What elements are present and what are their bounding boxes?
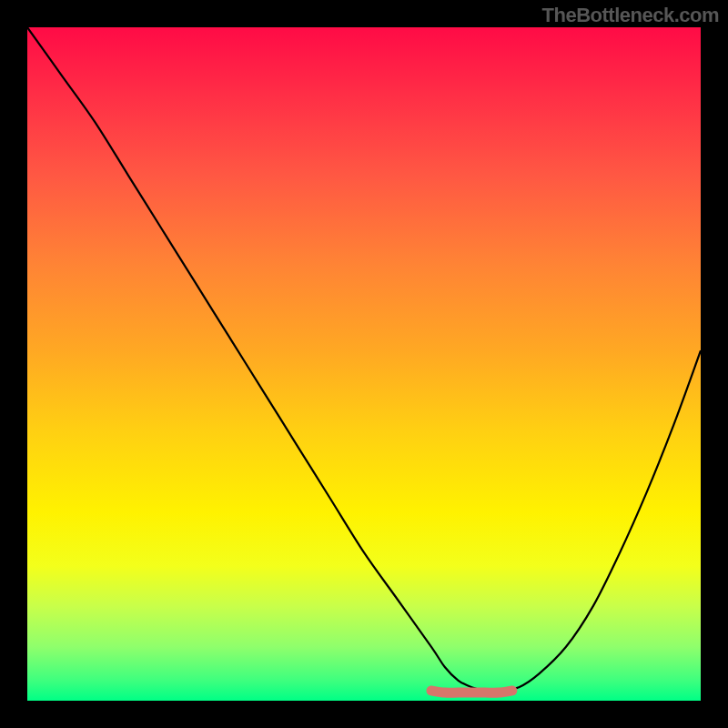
optimal-marker-band <box>431 691 512 693</box>
watermark-text: TheBottleneck.com <box>542 4 719 27</box>
plot-area <box>27 27 701 701</box>
chart-frame: TheBottleneck.com <box>0 0 728 728</box>
chart-overlay <box>27 27 701 701</box>
bottleneck-curve <box>27 27 701 691</box>
